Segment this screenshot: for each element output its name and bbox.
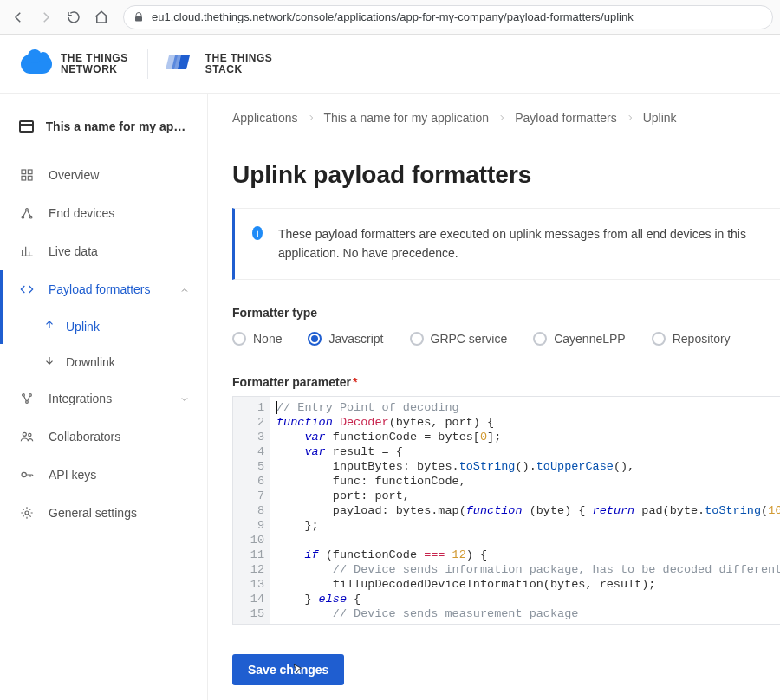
radio-repository[interactable]: Repository <box>652 332 731 346</box>
formatter-type-label: Formatter type <box>208 280 780 328</box>
sidebar-item-payload-formatters[interactable]: Payload formatters <box>0 270 207 308</box>
brand-tts[interactable]: THE THINGSSTACK <box>167 53 273 75</box>
svg-point-9 <box>29 394 32 397</box>
sidebar-app-header[interactable]: This a name for my applic… <box>0 104 207 156</box>
grid-icon <box>19 168 35 182</box>
form-actions: Save changes <box>208 625 780 700</box>
mouse-cursor-icon <box>292 666 304 680</box>
info-icon: i <box>252 226 263 240</box>
crumb-payload-formatters[interactable]: Payload formatters <box>515 111 617 125</box>
brand-bar: THE THINGSNETWORK THE THINGSSTACK <box>0 35 780 94</box>
sidebar-item-integrations[interactable]: Integrations <box>0 379 207 418</box>
code-area[interactable]: // Entry Point of decoding function Deco… <box>270 397 780 624</box>
chevron-right-icon <box>626 111 634 125</box>
save-button[interactable]: Save changes <box>232 654 344 685</box>
chevron-right-icon <box>497 111 506 125</box>
home-button[interactable] <box>90 6 113 29</box>
arrow-up-icon <box>43 319 55 334</box>
chart-icon <box>19 244 35 258</box>
formatter-parameter-label: Formatter parameter* <box>208 354 780 394</box>
svg-rect-1 <box>22 170 26 174</box>
sidebar-sub-downlink[interactable]: Downlink <box>0 344 207 379</box>
line-gutter: 1 2 3 4 5 6 7 8 9 10 11 12 13 14 15 <box>233 397 270 624</box>
key-icon <box>19 468 35 482</box>
stack-icon <box>167 55 192 73</box>
radio-grpc[interactable]: GRPC service <box>410 332 508 346</box>
brand-ttn[interactable]: THE THINGSNETWORK <box>21 53 128 75</box>
crumb-uplink: Uplink <box>643 111 677 125</box>
radio-javascript[interactable]: Javascript <box>308 332 383 346</box>
code-editor[interactable]: 1 2 3 4 5 6 7 8 9 10 11 12 13 14 15 // E… <box>232 396 780 625</box>
svg-point-12 <box>29 433 31 436</box>
crumb-applications[interactable]: Applications <box>232 111 298 125</box>
svg-rect-3 <box>22 176 26 180</box>
svg-point-13 <box>22 472 26 476</box>
sidebar-item-overview[interactable]: Overview <box>0 156 207 194</box>
sidebar-sub-uplink[interactable]: Uplink <box>0 308 207 344</box>
chevron-down-icon <box>179 393 190 404</box>
svg-rect-0 <box>135 16 142 22</box>
radio-none[interactable]: None <box>232 332 282 346</box>
chevron-up-icon <box>179 284 190 295</box>
chevron-right-icon <box>307 111 315 125</box>
formatter-type-options: None Javascript GRPC service CayenneLPP … <box>208 328 780 354</box>
svg-point-10 <box>26 401 29 404</box>
svg-point-11 <box>23 432 26 436</box>
gear-icon <box>19 506 35 520</box>
application-icon <box>19 120 34 133</box>
address-bar[interactable]: eu1.cloud.thethings.network/console/appl… <box>123 5 773 29</box>
cloud-icon <box>21 55 52 74</box>
radio-cayenne[interactable]: CayenneLPP <box>533 332 626 346</box>
svg-point-7 <box>26 209 29 211</box>
sidebar-item-general-settings[interactable]: General settings <box>0 494 207 532</box>
back-button[interactable] <box>7 6 29 29</box>
browser-chrome: eu1.cloud.thethings.network/console/appl… <box>0 0 780 35</box>
svg-point-6 <box>29 216 32 218</box>
svg-rect-4 <box>28 176 32 180</box>
code-icon <box>19 282 35 296</box>
svg-point-8 <box>23 394 25 397</box>
info-notice: i These payload formatters are executed … <box>232 208 780 280</box>
sidebar-item-collaborators[interactable]: Collaborators <box>0 418 207 456</box>
url-text: eu1.cloud.thethings.network/console/appl… <box>152 10 634 23</box>
sidebar-app-name: This a name for my applic… <box>46 120 190 133</box>
breadcrumb: Applications This a name for my applicat… <box>208 94 780 125</box>
svg-point-14 <box>25 511 29 515</box>
devices-icon <box>19 206 35 220</box>
notice-text: These payload formatters are executed on… <box>278 224 763 263</box>
arrow-down-icon <box>43 354 55 369</box>
svg-rect-2 <box>28 170 32 174</box>
lock-icon <box>133 11 145 23</box>
sidebar: This a name for my applic… Overview End … <box>0 94 208 700</box>
main-content: Applications This a name for my applicat… <box>208 94 780 700</box>
svg-point-5 <box>22 216 24 218</box>
reload-button[interactable] <box>62 6 85 29</box>
people-icon <box>19 430 35 444</box>
forward-button[interactable] <box>35 6 57 29</box>
sidebar-item-live-data[interactable]: Live data <box>0 232 207 270</box>
integrations-icon <box>19 392 35 405</box>
page-title: Uplink payload formatters <box>208 125 780 208</box>
crumb-app[interactable]: This a name for my application <box>324 111 490 125</box>
sidebar-item-end-devices[interactable]: End devices <box>0 194 207 232</box>
sidebar-item-api-keys[interactable]: API keys <box>0 456 207 494</box>
